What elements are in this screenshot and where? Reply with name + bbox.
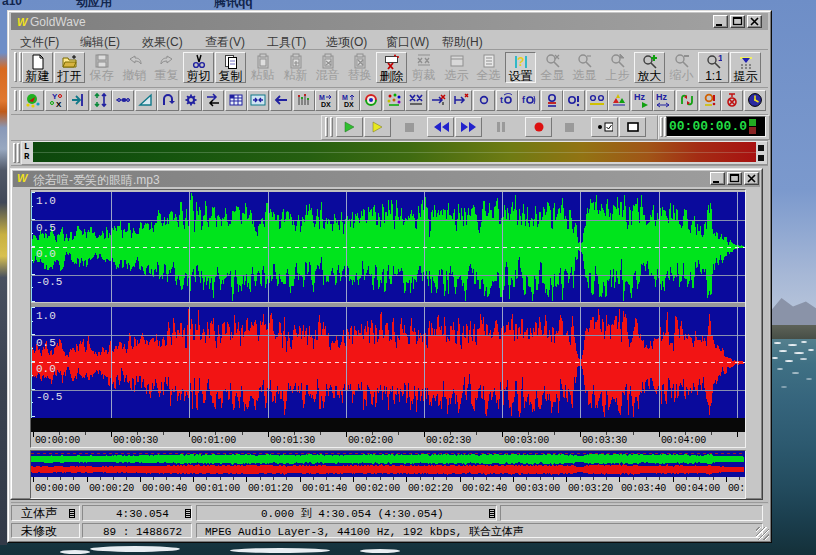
svg-text:Hz: Hz: [656, 92, 667, 102]
svg-text:DX: DX: [321, 101, 331, 108]
svg-text:X: X: [56, 100, 62, 108]
svg-text:Hz: Hz: [634, 92, 645, 102]
svg-text:M: M: [342, 94, 348, 101]
svg-text:M: M: [319, 94, 325, 101]
svg-text:1: 1: [718, 54, 722, 63]
svg-text:f: f: [522, 95, 526, 105]
svg-text:?: ?: [517, 55, 524, 69]
svg-text:t: t: [500, 95, 503, 105]
svg-text:DX: DX: [344, 101, 354, 108]
